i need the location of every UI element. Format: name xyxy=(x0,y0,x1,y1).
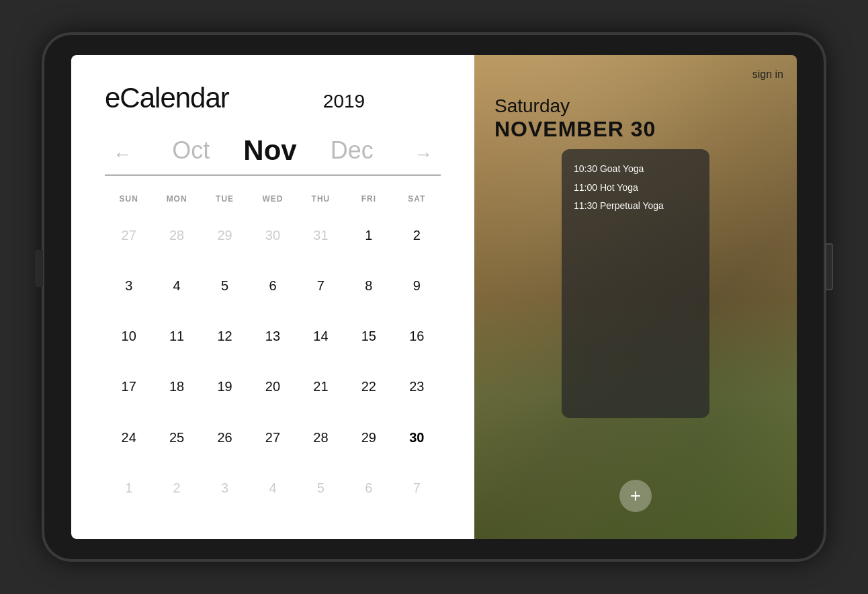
current-month-label[interactable]: Nov xyxy=(243,134,296,167)
calendar-day[interactable]: 27 xyxy=(249,418,296,468)
date-month-day: NOVEMBER 30 xyxy=(494,117,656,142)
calendar-day[interactable]: 29 xyxy=(201,216,249,266)
calendar-day[interactable]: 9 xyxy=(393,266,441,316)
calendar-day[interactable]: 16 xyxy=(393,316,441,367)
calendar-day[interactable]: 20 xyxy=(249,367,296,417)
calendar-day[interactable]: 22 xyxy=(345,367,392,417)
event-panel: sign in Saturday NOVEMBER 30 10:30 Goat … xyxy=(474,55,797,539)
volume-button[interactable] xyxy=(35,250,43,287)
app-title: eCalendar xyxy=(105,82,229,114)
plus-icon: + xyxy=(630,486,641,505)
event-item[interactable]: 11:30 Perpetual Yoga xyxy=(574,200,697,213)
sign-in-button[interactable]: sign in xyxy=(752,69,783,81)
calendar-day[interactable]: 30 xyxy=(249,216,296,266)
calendar-grid: 2728293031123456789101112131415161718192… xyxy=(105,216,441,519)
calendar-day[interactable]: 27 xyxy=(105,216,153,266)
events-card: 10:30 Goat Yoga11:00 Hot Yoga11:30 Perpe… xyxy=(562,149,709,418)
calendar-day[interactable]: 24 xyxy=(105,418,153,468)
weekday-thu: THU xyxy=(297,189,345,209)
event-item[interactable]: 10:30 Goat Yoga xyxy=(574,163,697,176)
calendar-day[interactable]: 4 xyxy=(153,266,200,316)
month-divider xyxy=(105,175,441,175)
calendar-day[interactable]: 7 xyxy=(297,266,345,316)
calendar-day[interactable]: 28 xyxy=(297,418,345,468)
calendar-day[interactable]: 23 xyxy=(393,367,441,417)
weekday-tue: TUE xyxy=(201,189,249,209)
weekday-sat: SAT xyxy=(393,189,441,209)
calendar-day[interactable]: 3 xyxy=(201,468,249,519)
date-month: NOVEMBER xyxy=(494,117,624,141)
calendar-day[interactable]: 13 xyxy=(249,316,296,367)
calendar-day[interactable]: 1 xyxy=(345,216,392,266)
calendar-day[interactable]: 6 xyxy=(345,468,392,519)
calendar-day[interactable]: 25 xyxy=(153,418,200,468)
app-header: eCalendar 2019 xyxy=(105,82,441,114)
add-event-button[interactable]: + xyxy=(619,480,652,512)
calendar-day[interactable]: 7 xyxy=(393,468,441,519)
calendar-day[interactable]: 17 xyxy=(105,367,153,417)
event-item[interactable]: 11:00 Hot Yoga xyxy=(574,181,697,195)
prev-month-arrow[interactable]: ← xyxy=(113,144,132,165)
device-frame: eCalendar 2019 ← Oct Nov Dec → SUN MON T… xyxy=(44,35,824,559)
calendar-day[interactable]: 30 xyxy=(393,418,441,468)
weekdays-row: SUN MON TUE WED THU FRI SAT xyxy=(105,189,441,209)
calendar-day[interactable]: 28 xyxy=(153,216,200,266)
calendar-day[interactable]: 29 xyxy=(345,418,392,468)
next-month-label[interactable]: Dec xyxy=(331,136,374,165)
weekday-fri: FRI xyxy=(345,189,392,209)
calendar-day[interactable]: 26 xyxy=(201,418,249,468)
calendar-day[interactable]: 12 xyxy=(201,316,249,367)
screen: eCalendar 2019 ← Oct Nov Dec → SUN MON T… xyxy=(71,55,797,539)
calendar-panel: eCalendar 2019 ← Oct Nov Dec → SUN MON T… xyxy=(71,55,474,539)
prev-month-label[interactable]: Oct xyxy=(172,136,210,165)
calendar-day[interactable]: 5 xyxy=(201,266,249,316)
calendar-day[interactable]: 15 xyxy=(345,316,392,367)
home-button[interactable] xyxy=(825,243,833,290)
calendar-day[interactable]: 10 xyxy=(105,316,153,367)
date-display: Saturday NOVEMBER 30 xyxy=(494,95,656,142)
month-nav: Oct Nov Dec xyxy=(105,134,441,167)
calendar-day[interactable]: 19 xyxy=(201,367,249,417)
calendar-day[interactable]: 11 xyxy=(153,316,200,367)
calendar-day[interactable]: 2 xyxy=(393,216,441,266)
app-year: 2019 xyxy=(323,91,365,112)
calendar-day[interactable]: 31 xyxy=(297,216,345,266)
calendar-day[interactable]: 4 xyxy=(249,468,296,519)
calendar-day[interactable]: 6 xyxy=(249,266,296,316)
weekday-wed: WED xyxy=(249,189,296,209)
weekday-sun: SUN xyxy=(105,189,153,209)
calendar-day[interactable]: 21 xyxy=(297,367,345,417)
date-day: 30 xyxy=(631,117,656,141)
calendar-day[interactable]: 18 xyxy=(153,367,200,417)
calendar-day[interactable]: 1 xyxy=(105,468,153,519)
calendar-day[interactable]: 5 xyxy=(297,468,345,519)
calendar-day[interactable]: 2 xyxy=(153,468,200,519)
calendar-day[interactable]: 8 xyxy=(345,266,392,316)
date-day-name: Saturday xyxy=(494,95,656,117)
calendar-day[interactable]: 3 xyxy=(105,266,153,316)
next-month-arrow[interactable]: → xyxy=(414,144,433,165)
calendar-day[interactable]: 14 xyxy=(297,316,345,367)
weekday-mon: MON xyxy=(153,189,200,209)
